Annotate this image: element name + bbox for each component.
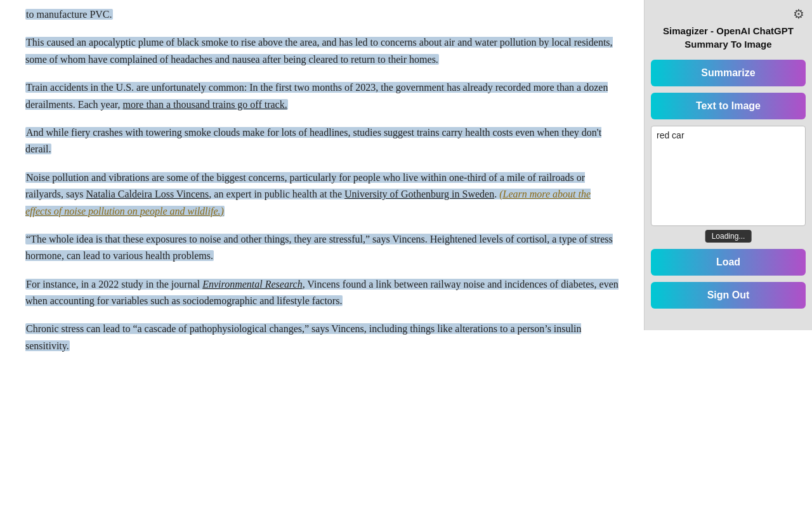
- sign-out-button[interactable]: Sign Out: [651, 282, 806, 309]
- gear-icon[interactable]: ⚙: [793, 6, 804, 22]
- gothenburg-link[interactable]: University of Gothenburg in Sweden: [344, 189, 494, 199]
- journal-link[interactable]: Environmental Research: [202, 279, 302, 290]
- paragraph-stressful-text: “The whole idea is that these exposures …: [25, 234, 613, 261]
- sidebar-panel: ⚙ Simagizer - OpenAI ChatGPT Summary To …: [644, 0, 812, 330]
- text-to-image-button[interactable]: Text to Image: [651, 93, 806, 119]
- loading-tooltip: Loading...: [705, 230, 752, 243]
- train-link[interactable]: more than a thousand trains go off track…: [123, 99, 287, 110]
- summarize-button[interactable]: Summarize: [651, 60, 806, 86]
- paragraph-fiery-text: And while fiery crashes with towering sm…: [25, 127, 601, 154]
- paragraph-stressful: “The whole idea is that these exposures …: [25, 231, 619, 265]
- sidebar-title: Simagizer - OpenAI ChatGPT Summary To Im…: [651, 24, 806, 51]
- paragraph-pvc: to manufacture PVC.: [25, 6, 619, 23]
- paragraph-pvc-text: to manufacture PVC.: [25, 9, 113, 20]
- text-input[interactable]: red car: [651, 126, 806, 226]
- vincens-link[interactable]: Natalia Caldeira Loss Vincens: [86, 189, 209, 199]
- paragraph-fiery: And while fiery crashes with towering sm…: [25, 124, 619, 158]
- article-area: to manufacture PVC. This caused an apoca…: [0, 0, 644, 508]
- paragraph-chronic: Chronic stress can lead to “a cascade of…: [25, 321, 619, 354]
- paragraph-study: For instance, in a 2022 study in the jou…: [25, 276, 619, 310]
- paragraph-noise-text: Noise pollution and vibrations are some …: [25, 172, 591, 217]
- paragraph-noise: Noise pollution and vibrations are some …: [25, 170, 619, 220]
- load-button[interactable]: Load: [651, 249, 806, 276]
- paragraph-study-text: For instance, in a 2022 study in the jou…: [25, 279, 619, 306]
- paragraph-train-accidents: Train accidents in the U.S. are unfortun…: [25, 79, 619, 113]
- paragraph-smoke-text: This caused an apocalyptic plume of blac…: [25, 37, 613, 64]
- textarea-wrapper: red car Loading...: [651, 126, 806, 229]
- paragraph-chronic-text: Chronic stress can lead to “a cascade of…: [25, 323, 581, 351]
- paragraph-smoke: This caused an apocalyptic plume of blac…: [25, 34, 619, 68]
- paragraph-train-text: Train accidents in the U.S. are unfortun…: [25, 82, 608, 109]
